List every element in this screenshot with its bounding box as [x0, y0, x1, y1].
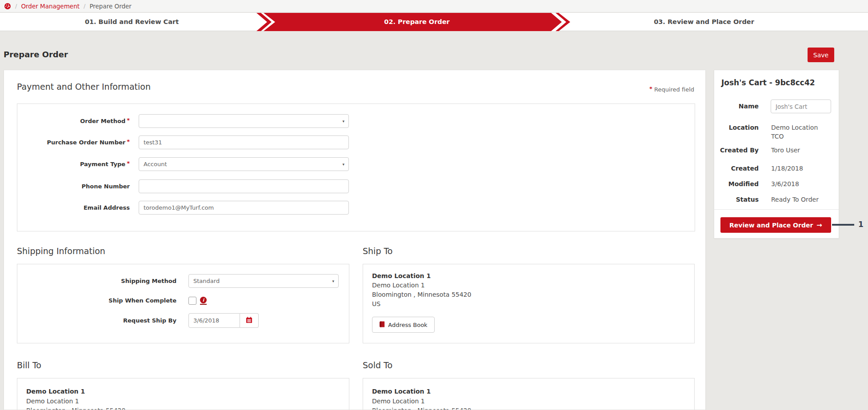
ship-when-complete-label: Ship When Complete	[17, 297, 176, 304]
cart-status-label: Status	[714, 196, 759, 203]
cart-location-value: Demo Location	[771, 124, 818, 131]
address-book-button[interactable]: Address Book	[372, 317, 435, 333]
annotation-number: 1	[858, 220, 864, 229]
dashboard-home-icon[interactable]	[4, 3, 11, 10]
request-ship-by-label: Request Ship By	[17, 317, 176, 324]
email-address-input[interactable]	[139, 201, 349, 215]
breadcrumb-current-page: Prepare Order	[89, 3, 132, 10]
chevron-down-icon: ▾	[342, 119, 344, 123]
ship-to-box: Demo Location 1 Demo Location 1 Blooming…	[363, 264, 695, 343]
phone-number-label: Phone Number	[17, 183, 130, 190]
arrow-right-icon: →	[816, 221, 822, 229]
prepare-order-form-card: Payment and Other Information * Required…	[4, 70, 706, 410]
payment-type-select[interactable]: Account ▾	[139, 157, 349, 171]
breadcrumb-separator: /	[15, 3, 17, 9]
cart-modified-value: 3/6/2018	[771, 180, 799, 187]
bill-to-city: Bloomington , Minnesota 55420	[26, 407, 125, 410]
bill-to-section-title: Bill To	[17, 360, 41, 370]
info-tooltip-link[interactable]: i	[200, 296, 207, 305]
step-build-and-review-cart[interactable]: 01. Build and Review Cart	[0, 13, 264, 31]
ship-to-name: Demo Location 1	[372, 272, 431, 279]
cart-modified-label: Modified	[714, 180, 759, 187]
cart-name-label: Name	[714, 103, 759, 110]
order-progress-steps: 01. Build and Review Cart 02. Prepare Or…	[0, 13, 868, 31]
bill-to-street: Demo Location 1	[26, 398, 79, 405]
email-address-label: Email Address	[17, 204, 130, 211]
book-icon	[379, 321, 385, 329]
breadcrumb: / Order Management / Prepare Order	[0, 0, 868, 12]
save-button[interactable]: Save	[808, 48, 834, 62]
sold-to-name: Demo Location 1	[372, 388, 431, 395]
cart-name-input[interactable]	[771, 100, 831, 113]
bill-to-box: Demo Location 1 Demo Location 1 Blooming…	[17, 378, 349, 410]
annotation-connector-line	[832, 224, 854, 226]
order-method-select[interactable]: ▾	[139, 114, 349, 128]
bill-to-name: Demo Location 1	[26, 388, 85, 395]
purchase-order-number-label: Purchase Order Number*	[17, 139, 130, 146]
phone-number-input[interactable]	[139, 179, 349, 193]
sold-to-box: Demo Location 1 Demo Location 1 Blooming…	[363, 378, 695, 410]
sold-to-city: Bloomington , Minnesota 55420	[372, 407, 471, 410]
chevron-down-icon: ▾	[332, 279, 334, 283]
cart-created-by-value: Toro User	[771, 147, 800, 154]
calendar-icon	[246, 317, 252, 325]
ship-to-country: US	[372, 300, 380, 307]
divider	[714, 209, 839, 210]
review-and-place-order-button[interactable]: Review and Place Order →	[720, 217, 831, 233]
request-ship-by-input[interactable]	[188, 313, 240, 328]
cart-created-value: 1/18/2018	[771, 165, 803, 172]
sold-to-section-title: Sold To	[363, 360, 392, 370]
cart-created-by-label: Created By	[714, 147, 759, 154]
order-method-label: Order Method*	[17, 118, 130, 124]
ship-to-street: Demo Location 1	[372, 282, 425, 289]
ship-to-city: Bloomington , Minnesota 55420	[372, 291, 471, 298]
shipping-box: Shipping Method Standard ▾ Ship When Com…	[17, 264, 349, 343]
step-prepare-order[interactable]: 02. Prepare Order	[264, 13, 570, 31]
required-field-note: * Required field	[648, 86, 694, 93]
cart-title: Josh's Cart - 9bc8cc42	[721, 78, 815, 87]
chevron-down-icon: ▾	[342, 162, 344, 167]
payment-section-title: Payment and Other Information	[17, 82, 151, 92]
calendar-picker-button[interactable]	[240, 313, 259, 328]
payment-type-label: Payment Type*	[17, 161, 130, 167]
purchase-order-number-input[interactable]	[139, 135, 349, 149]
cart-status-value: Ready To Order	[771, 196, 819, 203]
shipping-method-select[interactable]: Standard ▾	[188, 274, 339, 288]
ship-to-section-title: Ship To	[363, 246, 392, 256]
shipping-section-title: Shipping Information	[17, 246, 105, 256]
ship-when-complete-checkbox[interactable]	[188, 297, 196, 305]
shipping-method-label: Shipping Method	[17, 278, 176, 284]
page-title: Prepare Order	[4, 50, 68, 59]
cart-location-label: Location	[714, 124, 759, 131]
cart-summary-panel: Josh's Cart - 9bc8cc42 Name Location Dem…	[714, 70, 839, 239]
breadcrumb-separator: /	[84, 3, 85, 9]
cart-created-label: Created	[714, 165, 759, 172]
required-asterisk: *	[649, 85, 652, 92]
step-review-and-place-order[interactable]: 03. Review and Place Order	[570, 13, 838, 31]
cart-location-value-line2: TCO	[771, 133, 784, 140]
info-circle-icon: i	[200, 297, 207, 303]
payment-box: Order Method* ▾ Purchase Order Number* P…	[17, 103, 695, 231]
sold-to-street: Demo Location 1	[372, 398, 425, 405]
breadcrumb-order-management[interactable]: Order Management	[21, 3, 80, 10]
